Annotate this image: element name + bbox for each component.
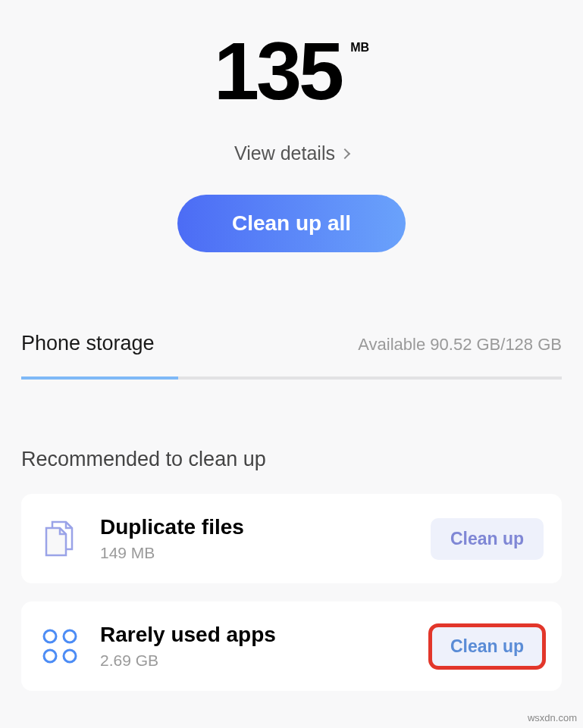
card-subtitle: 149 MB bbox=[100, 544, 431, 562]
recommend-title: Recommended to clean up bbox=[21, 448, 562, 471]
recommend-card-duplicate-files[interactable]: Duplicate files 149 MB Clean up bbox=[21, 494, 562, 583]
card-title: Rarely used apps bbox=[100, 623, 431, 647]
rarely-used-apps-icon bbox=[39, 626, 80, 667]
recommend-card-rarely-used-apps[interactable]: Rarely used apps 2.69 GB Clean up bbox=[21, 601, 562, 691]
chevron-right-icon bbox=[340, 148, 350, 158]
card-body: Rarely used apps 2.69 GB bbox=[100, 623, 431, 670]
storage-progress-bar bbox=[21, 376, 562, 380]
cleanup-button-duplicate-files[interactable]: Clean up bbox=[431, 518, 544, 560]
storage-section: Phone storage Available 90.52 GB/128 GB bbox=[0, 332, 583, 380]
watermark: wsxdn.com bbox=[528, 712, 577, 723]
cleanup-all-button[interactable]: Clean up all bbox=[177, 195, 406, 252]
duplicate-files-icon bbox=[39, 518, 80, 559]
view-details-link[interactable]: View details bbox=[234, 142, 349, 164]
cleanup-button-rarely-used-apps[interactable]: Clean up bbox=[431, 626, 544, 667]
cleanup-size-value: 135 bbox=[214, 30, 341, 112]
card-body: Duplicate files 149 MB bbox=[100, 515, 431, 562]
cleanup-size: 135 MB bbox=[214, 30, 369, 112]
storage-available-text: Available 90.52 GB/128 GB bbox=[358, 335, 562, 355]
storage-title: Phone storage bbox=[21, 332, 155, 355]
view-details-label: View details bbox=[234, 142, 335, 164]
hero-section: 135 MB View details Clean up all bbox=[0, 0, 583, 252]
card-subtitle: 2.69 GB bbox=[100, 651, 431, 670]
storage-progress-fill bbox=[21, 376, 178, 380]
card-title: Duplicate files bbox=[100, 515, 431, 539]
cleanup-size-unit: MB bbox=[350, 41, 369, 55]
storage-header: Phone storage Available 90.52 GB/128 GB bbox=[21, 332, 562, 355]
recommend-section: Recommended to clean up Duplicate files … bbox=[0, 448, 583, 691]
